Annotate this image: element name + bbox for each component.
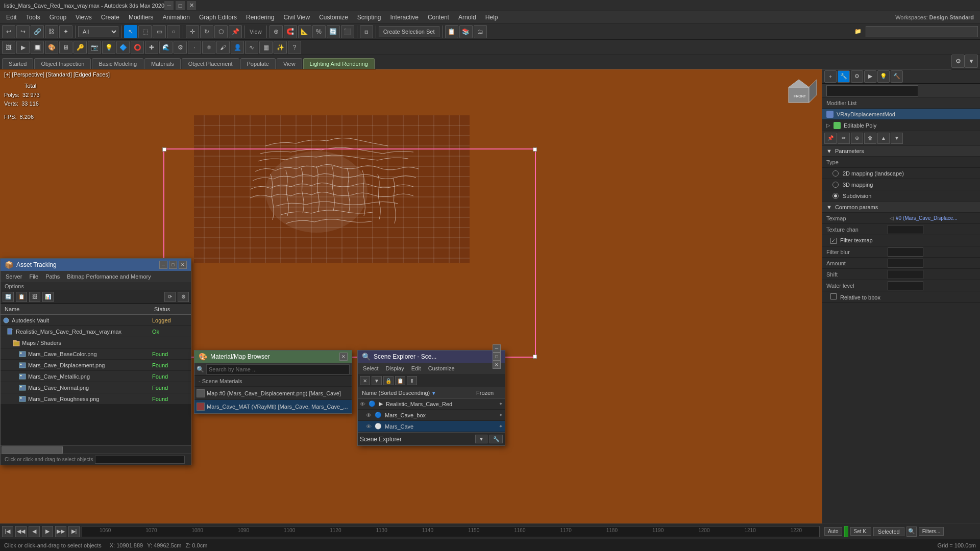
asset-menu-paths[interactable]: Paths bbox=[42, 272, 63, 281]
menu-customize[interactable]: Customize bbox=[315, 13, 352, 22]
param-filter-blur-input[interactable]: 0.001 bbox=[888, 247, 923, 257]
rp-modify-button[interactable]: 🔧 bbox=[838, 70, 850, 83]
checkbox-filter-texmap[interactable] bbox=[830, 238, 837, 244]
mirror-button[interactable]: ⬛ bbox=[341, 25, 354, 38]
close-button[interactable]: ✕ bbox=[187, 1, 196, 10]
menu-graph-editors[interactable]: Graph Editors bbox=[195, 13, 241, 22]
select-filter-dropdown[interactable]: All Geometry Shapes Lights bbox=[78, 26, 118, 37]
mod-delete-button[interactable]: 🗑 bbox=[864, 133, 876, 144]
mod-pin-button[interactable]: 📌 bbox=[824, 133, 837, 144]
asset-list-view-button[interactable]: 📋 bbox=[16, 292, 27, 302]
select-circle-button[interactable]: ○ bbox=[167, 25, 180, 38]
param-type-2d[interactable]: 2D mapping (landscape) bbox=[822, 168, 980, 179]
scale-button[interactable]: ⬡ bbox=[214, 25, 228, 38]
menu-arnold[interactable]: Arnold bbox=[454, 13, 480, 22]
at-row-vault[interactable]: Autodesk Vault Logged bbox=[1, 315, 191, 326]
asset-tracking-titlebar[interactable]: 📦 Asset Tracking ─ □ ✕ bbox=[1, 259, 191, 271]
param-header-parameters[interactable]: ▼ Parameters bbox=[822, 145, 980, 157]
param-filter-texmap-row[interactable]: Filter texmap bbox=[822, 235, 980, 246]
asset-thumbnail-button[interactable]: 🖼 bbox=[29, 292, 40, 302]
at-header-name[interactable]: Name bbox=[1, 306, 150, 312]
tab-started[interactable]: Started bbox=[2, 58, 33, 69]
link-button[interactable]: 🔗 bbox=[31, 25, 44, 38]
at-row-normal[interactable]: Mars_Cave_Normal.png Found bbox=[1, 382, 191, 393]
effects-button[interactable]: ✨ bbox=[274, 41, 287, 54]
param-texmap-row[interactable]: Texmap ◁ #0 (Mars_Cave_Displace... bbox=[822, 213, 980, 224]
menu-civil-view[interactable]: Civil View bbox=[279, 13, 314, 22]
asset-scrollbar-thumb[interactable] bbox=[2, 446, 63, 454]
tab-materials[interactable]: Materials bbox=[144, 58, 181, 69]
mod-edit-button[interactable]: ✏ bbox=[838, 133, 850, 144]
param-water-level-input[interactable]: 1.0cm bbox=[888, 281, 923, 290]
selected-label-button[interactable]: Selected bbox=[873, 527, 904, 536]
geo-button[interactable]: 🔷 bbox=[116, 41, 130, 54]
menu-group[interactable]: Group bbox=[45, 13, 70, 22]
tab-dropdown-button[interactable]: ▼ bbox=[965, 55, 978, 68]
unlink-button[interactable]: ⛓ bbox=[45, 25, 58, 38]
rp-hierarchy-button[interactable]: ⚙ bbox=[851, 70, 863, 83]
mod-up-button[interactable]: ▲ bbox=[877, 133, 890, 144]
asset-menu-server[interactable]: Server bbox=[3, 272, 25, 281]
param-relative-bbox-row[interactable]: Relative to bbox bbox=[822, 291, 980, 303]
checkbox-relative-bbox[interactable] bbox=[830, 293, 837, 299]
menu-create[interactable]: Create bbox=[97, 13, 124, 22]
mat-search-input[interactable] bbox=[206, 364, 350, 374]
lights-button[interactable]: 💡 bbox=[102, 41, 115, 54]
menu-help[interactable]: Help bbox=[481, 13, 502, 22]
select-region-button[interactable]: ⬚ bbox=[138, 25, 152, 38]
auto-key-toggle[interactable]: 🔑 bbox=[74, 41, 87, 54]
tab-object-placement[interactable]: Object Placement bbox=[182, 58, 239, 69]
se-menu-select[interactable]: Select bbox=[360, 364, 382, 372]
asset-tracking-maximize[interactable]: □ bbox=[169, 261, 177, 269]
redo-button[interactable]: ↪ bbox=[16, 25, 30, 38]
tab-basic-modeling[interactable]: Basic Modeling bbox=[92, 58, 143, 69]
menu-edit[interactable]: Edit bbox=[2, 13, 21, 22]
systems-button[interactable]: ⚙ bbox=[174, 41, 187, 54]
at-row-metallic[interactable]: Mars_Cave_Metallic.png Found bbox=[1, 371, 191, 382]
param-texchan-input[interactable]: 1 bbox=[888, 225, 923, 234]
at-header-status[interactable]: Status bbox=[150, 306, 191, 312]
rp-create-button[interactable]: + bbox=[824, 70, 837, 83]
rotate-button[interactable]: ↻ bbox=[200, 25, 213, 38]
se-menu-edit[interactable]: Edit bbox=[408, 364, 424, 372]
param-amount-input[interactable]: 200.0cm bbox=[888, 259, 923, 268]
filters-button[interactable]: Filters... bbox=[919, 527, 944, 536]
spacewarps-button[interactable]: 🌊 bbox=[159, 41, 173, 54]
timeline-start-button[interactable]: |◀ bbox=[2, 526, 13, 537]
spinner-button[interactable]: 🔄 bbox=[327, 25, 340, 38]
manage-layers-button[interactable]: 🗂 bbox=[474, 25, 487, 38]
mat-browser-close[interactable]: ✕ bbox=[339, 353, 348, 361]
param-type-3d[interactable]: 3D mapping bbox=[822, 179, 980, 190]
material-editor-button[interactable]: 🎨 bbox=[45, 41, 58, 54]
se-filter-button[interactable]: ▼ bbox=[372, 376, 382, 385]
angle-snap-button[interactable]: 📐 bbox=[298, 25, 311, 38]
timeline-track[interactable]: 1060 1070 1080 1090 1100 1120 1130 1140 … bbox=[82, 526, 820, 537]
help-button-2[interactable]: ? bbox=[288, 41, 301, 54]
param-shift-input[interactable]: -100.0cm bbox=[888, 270, 923, 279]
align-button[interactable]: ⧈ bbox=[360, 25, 373, 38]
menu-scripting[interactable]: Scripting bbox=[353, 13, 385, 22]
se-maximize[interactable]: □ bbox=[493, 353, 501, 361]
menu-interactive[interactable]: Interactive bbox=[386, 13, 423, 22]
at-row-basecolor[interactable]: Mars_Cave_BaseColor.png Found bbox=[1, 348, 191, 360]
percent-snap-button[interactable]: % bbox=[312, 25, 326, 38]
se-footer-btn-2[interactable]: 🔧 bbox=[489, 435, 503, 443]
asset-menu-file[interactable]: File bbox=[26, 272, 41, 281]
particle-button[interactable]: · bbox=[188, 41, 201, 54]
rp-display-button[interactable]: 💡 bbox=[877, 70, 890, 83]
cloth-button[interactable]: ▦ bbox=[259, 41, 273, 54]
se-close[interactable]: ✕ bbox=[493, 361, 501, 369]
at-row-displacement[interactable]: Mars_Cave_Displacement.png Found bbox=[1, 360, 191, 371]
tab-view[interactable]: View bbox=[277, 58, 302, 69]
tab-populate[interactable]: Populate bbox=[240, 58, 276, 69]
se-copy-button[interactable]: 📋 bbox=[395, 376, 405, 385]
se-row-box[interactable]: 👁 🔵 Mars_Cave_box ✦ bbox=[358, 410, 505, 421]
asset-sync-button[interactable]: ⟳ bbox=[164, 292, 176, 302]
asset-tracking-close[interactable]: ✕ bbox=[179, 261, 187, 269]
se-menu-customize[interactable]: Customize bbox=[425, 364, 458, 372]
render-region-button[interactable]: 🔲 bbox=[31, 41, 44, 54]
menu-content[interactable]: Content bbox=[424, 13, 453, 22]
render-button[interactable]: ▶ bbox=[16, 41, 30, 54]
mat-row-2[interactable]: Mars_Cave_MAT (VRayMtl) [Mars_Cave, Mars… bbox=[194, 400, 352, 413]
bind-button[interactable]: ✦ bbox=[59, 25, 72, 38]
